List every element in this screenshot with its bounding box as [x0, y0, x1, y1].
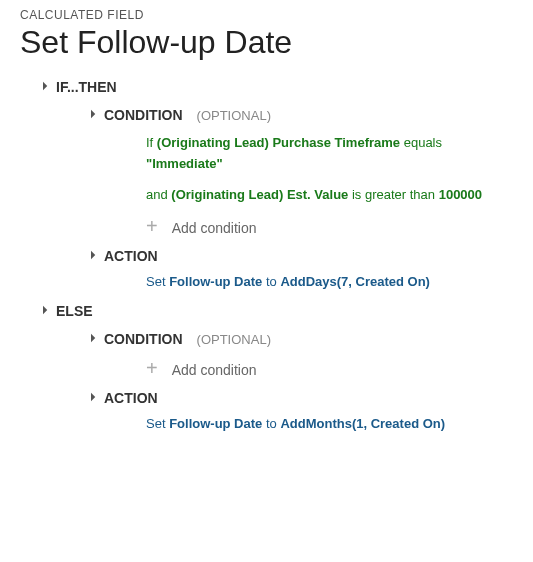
if-then-header[interactable]: IF...THEN — [40, 79, 513, 95]
condition-prefix: If — [146, 135, 153, 150]
else-action-section: ACTION Set Follow-up Date to AddMonths(1… — [88, 390, 513, 431]
condition-op: equals — [404, 135, 442, 150]
optional-label: (OPTIONAL) — [197, 108, 271, 123]
chevron-down-icon — [39, 306, 47, 314]
condition-field: (Originating Lead) Est. Value — [171, 187, 348, 202]
if-condition-section: CONDITION (OPTIONAL) If (Originating Lea… — [88, 107, 513, 236]
if-then-label: IF...THEN — [56, 79, 117, 95]
condition-value: 100000 — [439, 187, 482, 202]
optional-label: (OPTIONAL) — [197, 332, 271, 347]
condition-field: (Originating Lead) Purchase Timeframe — [157, 135, 400, 150]
action-mid: to — [266, 274, 277, 289]
action-field: Follow-up Date — [169, 274, 262, 289]
action-field: Follow-up Date — [169, 416, 262, 431]
else-block: ELSE CONDITION (OPTIONAL) + Add conditio… — [40, 303, 513, 431]
action-label: ACTION — [104, 248, 158, 264]
chevron-down-icon — [87, 393, 95, 401]
if-then-block: IF...THEN CONDITION (OPTIONAL) If (Origi… — [40, 79, 513, 289]
action-prefix: Set — [146, 416, 166, 431]
if-action-header[interactable]: ACTION — [88, 248, 513, 264]
breadcrumb: CALCULATED FIELD — [20, 8, 513, 22]
else-condition-header[interactable]: CONDITION (OPTIONAL) — [88, 331, 513, 347]
chevron-down-icon — [87, 251, 95, 259]
add-condition-label: Add condition — [172, 362, 257, 378]
chevron-down-icon — [39, 82, 47, 90]
else-label: ELSE — [56, 303, 93, 319]
condition-label: CONDITION — [104, 331, 183, 347]
condition-row[interactable]: If (Originating Lead) Purchase Timeframe… — [146, 133, 513, 175]
if-action-section: ACTION Set Follow-up Date to AddDays(7, … — [88, 248, 513, 289]
condition-op: is greater than — [352, 187, 435, 202]
condition-label: CONDITION — [104, 107, 183, 123]
action-mid: to — [266, 416, 277, 431]
add-condition-button[interactable]: + Add condition — [146, 361, 513, 378]
else-condition-section: CONDITION (OPTIONAL) + Add condition — [88, 331, 513, 378]
action-row[interactable]: Set Follow-up Date to AddMonths(1, Creat… — [146, 416, 513, 431]
action-label: ACTION — [104, 390, 158, 406]
page-title: Set Follow-up Date — [20, 24, 513, 61]
else-action-header[interactable]: ACTION — [88, 390, 513, 406]
condition-prefix: and — [146, 187, 168, 202]
plus-icon: + — [146, 358, 158, 378]
action-func: AddMonths(1, Created On) — [280, 416, 445, 431]
chevron-down-icon — [87, 334, 95, 342]
chevron-down-icon — [87, 110, 95, 118]
if-condition-header[interactable]: CONDITION (OPTIONAL) — [88, 107, 513, 123]
condition-value: "Immediate" — [146, 156, 223, 171]
action-row[interactable]: Set Follow-up Date to AddDays(7, Created… — [146, 274, 513, 289]
condition-row[interactable]: and (Originating Lead) Est. Value is gre… — [146, 185, 513, 206]
add-condition-label: Add condition — [172, 220, 257, 236]
add-condition-button[interactable]: + Add condition — [146, 219, 513, 236]
action-func: AddDays(7, Created On) — [280, 274, 430, 289]
plus-icon: + — [146, 216, 158, 236]
action-prefix: Set — [146, 274, 166, 289]
else-header[interactable]: ELSE — [40, 303, 513, 319]
